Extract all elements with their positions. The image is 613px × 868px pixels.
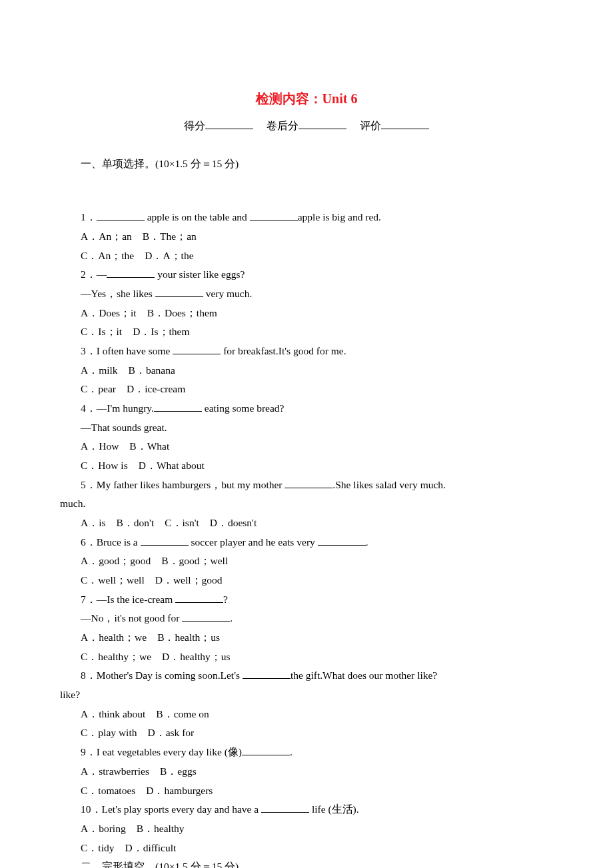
q4-stem-b: eating some bread? <box>202 402 285 414</box>
q5-stem-a: 5．My father likes hamburgers，but my moth… <box>81 479 285 490</box>
page-title: 检测内容：Unit 6 <box>60 87 553 111</box>
q2-line2: —Yes，she likes very much. <box>60 284 553 304</box>
q8-stem-b: the gift.What does our mother like? <box>291 669 437 681</box>
q3-stem: 3．I often have some for breakfast.It's g… <box>60 342 553 361</box>
q8-stem: 8．Mother's Day is coming soon.Let's the … <box>60 666 553 685</box>
score-label-2: 卷后分 <box>267 117 299 136</box>
score-label-3: 评价 <box>360 117 381 136</box>
q6-options-cd: C．well；well D．well；good <box>60 571 553 590</box>
q2-options-ab: A．Does；it B．Does；them <box>60 304 553 323</box>
q7-options-cd: C．healthy；we D．healthy；us <box>60 648 553 667</box>
q8-blank-1[interactable] <box>243 669 291 679</box>
q7-stem-a: 7．—Is the ice-cream <box>81 594 175 605</box>
q3-blank-1[interactable] <box>173 344 221 355</box>
q1-options-ab: A．An；an B．The；an <box>60 227 553 246</box>
score-blank-2[interactable] <box>299 119 346 130</box>
q9-stem-a: 9．I eat vegetables every day like (像) <box>81 746 242 757</box>
score-line: 得分 卷后分 评价 <box>60 117 553 136</box>
section-2-heading: 二、完形填空。(10×1.5 分＝15 分) <box>60 857 553 868</box>
q4-stem-a: 4．—I'm hungry. <box>81 402 154 414</box>
q4-stem: 4．—I'm hungry. eating some bread? <box>60 399 553 418</box>
q7-line2-a: —No，it's not good for <box>81 612 182 624</box>
q4-options-cd: C．How is D．What about <box>60 456 553 476</box>
score-blank-3[interactable] <box>381 119 429 130</box>
q5-stem-b: .She likes salad very much. <box>332 479 446 490</box>
q2-options-cd: C．Is；it D．Is；them <box>60 322 553 342</box>
q6-blank-1[interactable] <box>141 535 189 546</box>
q2-blank-2[interactable] <box>155 287 203 298</box>
q5-blank-1[interactable] <box>285 478 332 488</box>
q5-options-abcd: A．is B．don't C．isn't D．doesn't <box>60 514 553 533</box>
q6-stem-b: soccer player and he eats very <box>189 536 318 548</box>
q10-options-cd: C．tidy D．difficult <box>60 839 553 858</box>
q10-blank-1[interactable] <box>261 803 309 813</box>
q5-wrap: much. <box>60 494 553 514</box>
q10-stem: 10．Let's play sports every day and have … <box>60 800 553 819</box>
q6-options-ab: A．good；good B．good；well <box>60 552 553 571</box>
q3-options-ab: A．milk B．banana <box>60 361 553 380</box>
score-blank-1[interactable] <box>205 119 253 130</box>
q1-stem-a: 1． <box>81 211 97 222</box>
q3-stem-a: 3．I often have some <box>81 345 173 356</box>
q6-stem-a: 6．Bruce is a <box>81 536 141 548</box>
q2-line2-b: very much. <box>203 288 253 299</box>
q8-wrap: like? <box>60 685 553 705</box>
q1-stem-c: apple is big and red. <box>298 211 381 222</box>
q9-stem-b: . <box>290 746 293 757</box>
q9-stem: 9．I eat vegetables every day like (像). <box>60 743 553 762</box>
q1-stem: 1． apple is on the table and apple is bi… <box>60 208 553 227</box>
q2-stem-a: 2．— <box>81 268 107 280</box>
score-label-1: 得分 <box>184 117 205 136</box>
q7-options-ab: A．health；we B．health；us <box>60 628 553 648</box>
q8-options-ab: A．think about B．come on <box>60 705 553 724</box>
q7-stem-b: ? <box>223 594 228 605</box>
q4-options-ab: A．How B．What <box>60 437 553 456</box>
q4-blank-1[interactable] <box>154 402 202 412</box>
q2-stem: 2．— your sister like eggs? <box>60 265 553 284</box>
q7-stem: 7．—Is the ice-cream ? <box>60 590 553 610</box>
q2-stem-b: your sister like eggs? <box>155 268 245 280</box>
q6-stem: 6．Bruce is a soccer player and he eats v… <box>60 533 553 552</box>
section-1-heading: 一、单项选择。(10×1.5 分＝15 分) <box>60 155 553 174</box>
q3-stem-b: for breakfast.It's good for me. <box>221 345 346 356</box>
q7-blank-1[interactable] <box>175 592 223 603</box>
q10-options-ab: A．boring B．healthy <box>60 819 553 839</box>
q8-stem-a: 8．Mother's Day is coming soon.Let's <box>81 669 243 681</box>
q10-stem-a: 10．Let's play sports every day and have … <box>81 803 261 815</box>
q1-blank-1[interactable] <box>97 211 145 221</box>
q2-line2-a: —Yes，she likes <box>81 288 155 299</box>
q7-line2-b: . <box>230 612 233 624</box>
q5-stem: 5．My father likes hamburgers，but my moth… <box>60 476 553 495</box>
q8-options-cd: C．play with D．ask for <box>60 723 553 743</box>
q1-options-cd: C．An；the D．A；the <box>60 246 553 266</box>
q6-blank-2[interactable] <box>318 535 366 546</box>
q9-options-cd: C．tomatoes D．hamburgers <box>60 781 553 801</box>
q4-line2: —That sounds great. <box>60 418 553 438</box>
q1-stem-b: apple is on the table and <box>145 211 250 222</box>
q9-options-ab: A．strawberries B．eggs <box>60 762 553 781</box>
q1-blank-2[interactable] <box>250 211 298 221</box>
q7-line2: —No，it's not good for . <box>60 609 553 628</box>
q9-blank-1[interactable] <box>242 745 290 756</box>
q3-options-cd: C．pear D．ice-cream <box>60 380 553 399</box>
q6-stem-c: . <box>366 536 368 548</box>
question-block: 1． apple is on the table and apple is bi… <box>60 208 553 868</box>
q10-stem-b: life (生活). <box>309 803 359 815</box>
q2-blank-1[interactable] <box>107 268 155 278</box>
q7-blank-2[interactable] <box>182 612 230 622</box>
